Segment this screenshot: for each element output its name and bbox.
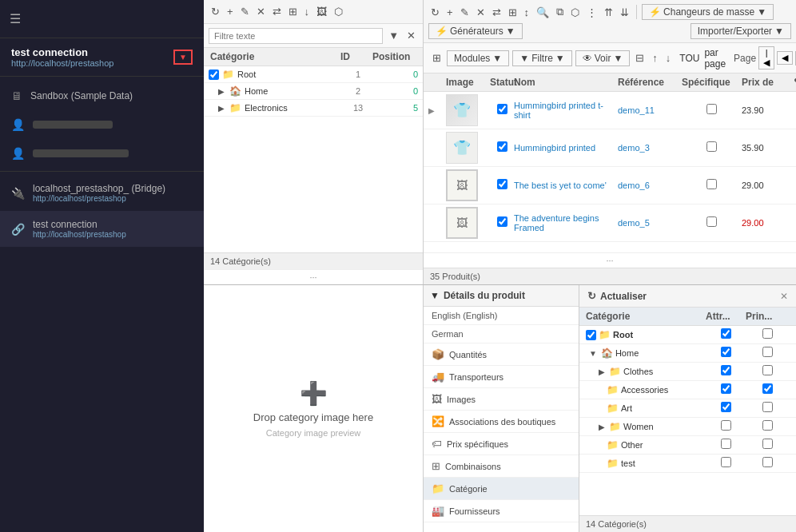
br-row-test[interactable]: 📁 test: [579, 455, 796, 473]
prod-expand-0[interactable]: ▶: [428, 106, 446, 115]
delete-btn[interactable]: ✕: [254, 3, 268, 20]
br-expand-women[interactable]: ▶: [597, 423, 607, 431]
mass-changes-btn[interactable]: ⚡ Changeurs de masse ▼: [642, 4, 774, 20]
electronics-expand-btn[interactable]: ▶: [217, 104, 226, 113]
sort-btn[interactable]: ↑: [650, 50, 660, 66]
prod-sort2-btn[interactable]: ⇊: [618, 4, 631, 21]
prod-ref-2[interactable]: demo_6: [618, 181, 682, 190]
generators-btn[interactable]: ⚡ Générateurs ▼: [428, 23, 523, 39]
br-attr-check-acc[interactable]: [721, 383, 731, 394]
br-attr-check-other[interactable]: [721, 439, 731, 449]
br-row-other[interactable]: 📁 Other: [579, 436, 796, 455]
prod-dup-btn[interactable]: ⧉: [554, 3, 566, 21]
refresh-btn[interactable]: ↻: [209, 3, 222, 20]
modules-btn[interactable]: Modules ▼: [447, 50, 509, 66]
root-checkbox[interactable]: [209, 69, 219, 80]
br-prin-check-other[interactable]: [762, 439, 773, 449]
prod-name-3[interactable]: The adventure begins Framed: [514, 213, 618, 232]
br-attr-check-art[interactable]: [721, 402, 731, 412]
detail-prix[interactable]: 🏷 Prix spécifiques: [424, 433, 579, 455]
br-row-home[interactable]: ▼ 🏠 Home: [579, 344, 796, 363]
hamburger-icon[interactable]: ☰: [10, 11, 21, 26]
br-expand-clothes[interactable]: ▶: [597, 367, 607, 376]
products-more[interactable]: ···: [424, 252, 796, 268]
prod-name-1[interactable]: Hummingbird printed: [514, 143, 618, 153]
status-check-2[interactable]: [497, 179, 507, 189]
status-check-3[interactable]: [497, 216, 507, 227]
br-row-clothes[interactable]: ▶ 📁 Clothes: [579, 363, 796, 381]
view-btn[interactable]: 👁 Voir ▼: [575, 50, 631, 66]
detail-associations[interactable]: 🔀 Associations des boutiques: [424, 411, 579, 433]
prod-ref-0[interactable]: demo_11: [618, 105, 682, 115]
filter-apply-btn[interactable]: ▼: [386, 27, 401, 44]
br-refresh-icon[interactable]: ↻: [587, 290, 596, 302]
br-prin-check-test[interactable]: [762, 457, 773, 467]
detail-transporteurs[interactable]: 🚚 Transporteurs: [424, 366, 579, 388]
home-expand-btn[interactable]: ▶: [217, 87, 226, 96]
filter-btn[interactable]: ▼ Filtre ▼: [512, 50, 571, 66]
br-prin-check-clothes[interactable]: [762, 365, 773, 375]
status-check-1[interactable]: [497, 141, 507, 152]
product-row-2[interactable]: 🖼 The best is yet to come' demo_6 29.00: [424, 167, 796, 204]
spec-check-0[interactable]: [706, 104, 717, 114]
sort2-btn[interactable]: ↓: [663, 50, 674, 66]
status-check-0[interactable]: [497, 104, 507, 114]
spec-check-2[interactable]: [706, 179, 717, 189]
down-btn[interactable]: ↓: [302, 3, 312, 20]
module-icon[interactable]: ⊞: [430, 50, 444, 66]
prod-name-2[interactable]: The best is yet to come': [514, 181, 618, 190]
br-attr-check-women[interactable]: [721, 420, 731, 431]
br-prin-check-women[interactable]: [762, 420, 773, 431]
tree-row-electronics[interactable]: ▶ 📁 Electronics 13 5: [204, 100, 423, 117]
prod-ref-1[interactable]: demo_3: [618, 143, 682, 153]
move-btn[interactable]: ⇄: [270, 3, 284, 20]
detail-categorie[interactable]: 📁 Catégorie: [424, 478, 579, 500]
lang-english[interactable]: English (English): [424, 307, 579, 325]
prod-name-0[interactable]: Hummingbird printed t-shirt: [514, 101, 618, 120]
page-prev-btn[interactable]: ◀: [777, 51, 793, 65]
product-row-3[interactable]: 🖼 The adventure begins Framed demo_5 29.…: [424, 204, 796, 242]
page-first-btn[interactable]: |◀: [758, 46, 774, 69]
product-row-0[interactable]: ▶ 👕 Hummingbird printed t-shirt demo_11 …: [424, 92, 796, 129]
sidebar-item-sandbox[interactable]: 🖥 Sandbox (Sample Data): [0, 81, 204, 110]
prod-sort1-btn[interactable]: ⇈: [602, 4, 615, 21]
filter-input[interactable]: [209, 28, 383, 44]
prod-move1-btn[interactable]: ⇄: [490, 4, 503, 21]
prod-add-btn[interactable]: +: [444, 4, 456, 21]
import-export-btn[interactable]: Importer/Exporter ▼: [691, 23, 791, 39]
prod-refresh-btn[interactable]: ↻: [428, 4, 442, 21]
prod-multi-btn[interactable]: ⬡: [568, 4, 582, 21]
br-prin-check-root[interactable]: [762, 328, 773, 339]
prod-ref-3[interactable]: demo_5: [618, 218, 682, 228]
br-attr-check-clothes[interactable]: [721, 365, 731, 375]
prod-delete-btn[interactable]: ✕: [474, 4, 488, 21]
lang-german[interactable]: German: [424, 325, 579, 343]
filter-clear-btn[interactable]: ✕: [404, 27, 418, 44]
br-prin-check-acc[interactable]: [762, 383, 773, 394]
copy-btn[interactable]: ⊞: [286, 3, 300, 20]
connection-chevron[interactable]: ▼: [173, 50, 193, 65]
panel-more[interactable]: ···: [204, 269, 423, 284]
spec-check-3[interactable]: [706, 216, 717, 227]
spec-check-1[interactable]: [706, 141, 717, 152]
detail-combinaisons[interactable]: ⊞ Combinaisons: [424, 455, 579, 478]
prod-edit-btn[interactable]: ✎: [458, 4, 472, 21]
sidebar-item-testconn[interactable]: 🔗 test connection http://localhost/prest…: [0, 211, 204, 247]
tree-row-home[interactable]: ▶ 🏠 Home 2 0: [204, 83, 423, 100]
br-close-btn[interactable]: ✕: [780, 291, 788, 302]
sidebar-item-bridge[interactable]: 🔌 localhost_prestashop_ (Bridge) http://…: [0, 175, 204, 211]
drop-zone[interactable]: ➕ Drop category image here Category imag…: [237, 364, 389, 454]
br-row-art[interactable]: 📁 Art: [579, 399, 796, 418]
br-check-root[interactable]: [586, 330, 596, 340]
add-btn[interactable]: +: [225, 3, 236, 20]
sidebar-item-user2[interactable]: 👤: [0, 139, 204, 168]
detail-fournisseurs[interactable]: 🏭 Fournisseurs: [424, 500, 579, 522]
br-attr-check-home[interactable]: [721, 347, 731, 357]
product-detail-header[interactable]: ▼ Détails du produit: [424, 285, 579, 307]
align-btn[interactable]: ⊟: [633, 50, 647, 66]
edit-btn[interactable]: ✎: [238, 3, 252, 20]
br-row-root[interactable]: 📁 Root: [579, 326, 796, 344]
sidebar-item-user1[interactable]: 👤: [0, 110, 204, 139]
prod-move2-btn[interactable]: ↕: [522, 4, 532, 21]
image-btn[interactable]: 🖼: [314, 3, 329, 20]
